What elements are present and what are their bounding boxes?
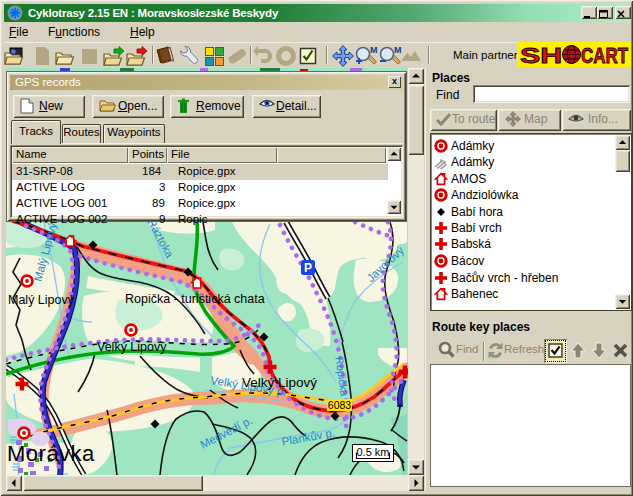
svg-text:Velký Lipový: Velký Lipový: [97, 340, 167, 354]
svg-text:CART: CART: [581, 43, 628, 68]
svg-text:6083: 6083: [328, 399, 352, 411]
svg-text:Malý Lipový: Malý Lipový: [8, 293, 75, 307]
svg-text:P: P: [304, 261, 312, 275]
svg-text:SH: SH: [520, 43, 562, 68]
svg-text:0.5 km: 0.5 km: [356, 446, 389, 458]
svg-text:Velký Lipový: Velký Lipový: [242, 375, 317, 390]
svg-text:Ropička - turistická chata: Ropička - turistická chata: [125, 292, 265, 306]
svg-text:Morávka: Morávka: [7, 441, 95, 466]
svg-text:M: M: [370, 45, 378, 55]
